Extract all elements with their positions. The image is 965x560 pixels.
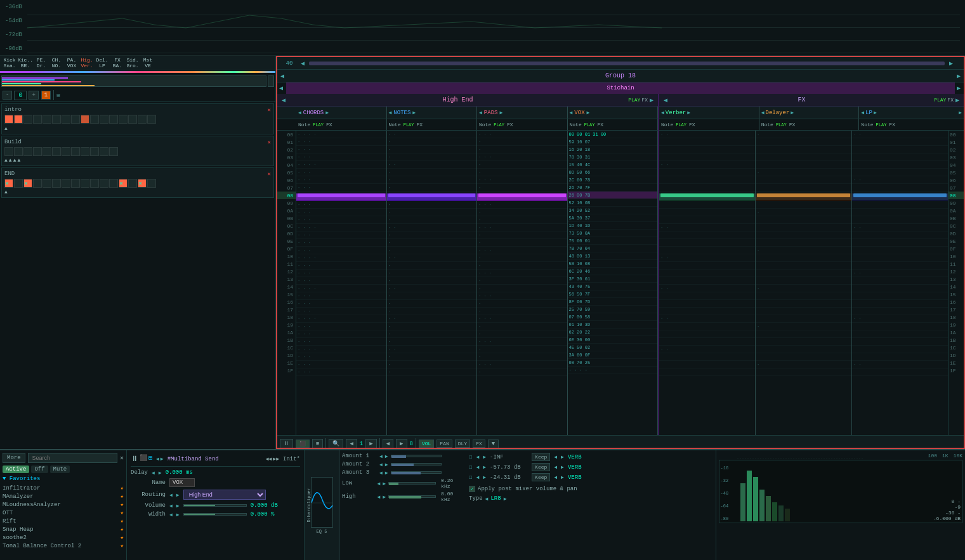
pattern-cell[interactable] [100,179,108,188]
fav-item-soothe2[interactable]: soothe2★ [3,533,124,542]
grid-btn[interactable]: ⊞ [312,439,323,448]
send1-target-nav-left[interactable]: ◀ [554,454,557,460]
amount1-slider[interactable] [391,455,442,457]
pattern-cell[interactable] [71,147,80,156]
pattern-cell[interactable] [14,147,23,156]
amount3-nav-right[interactable]: ▶ [385,470,388,476]
width-nav-left[interactable]: ◀ [169,512,173,518]
search-input[interactable] [28,453,117,463]
track-ch[interactable]: CH.NO. [49,57,63,68]
track-kick[interactable]: KickSna. [3,57,16,68]
send2-checkbox[interactable]: ☐ [469,464,472,471]
off-badge[interactable]: Off [31,466,48,473]
vox-column[interactable]: 00 00 01 31 0059 10 0716 20 1878 30 3115… [568,131,659,435]
fx-nav-right[interactable]: ▶ [954,96,961,104]
pattern-cell[interactable] [81,115,89,124]
group-nav-left[interactable]: ◀ [279,72,286,80]
pattern-cell[interactable] [71,179,80,188]
send2-target-nav-right[interactable]: ▶ [561,464,564,470]
nav-next[interactable]: ▶ [365,439,376,448]
pattern-cell[interactable] [62,115,70,124]
extra-btn[interactable]: ▼ [488,440,499,448]
pattern-cell[interactable] [128,115,137,124]
more-btn[interactable]: More [3,453,25,463]
vox-nav-right[interactable]: ▶ [587,110,590,115]
fav-item-ott[interactable]: OTT★ [3,509,124,517]
iter-right[interactable]: ▶▶ [273,456,279,462]
track-mst[interactable]: MstVE [141,57,155,68]
nav-prev[interactable]: ◀ [346,439,357,448]
highend-nav-right[interactable]: ▶ [648,96,655,104]
verber-nav-left[interactable]: ◀ [661,110,664,115]
pattern-cell[interactable] [128,179,137,188]
stop-btn[interactable]: ⬛ [296,440,310,448]
group-nav-right[interactable]: ▶ [955,72,962,80]
nav-right[interactable]: ▶ [947,60,955,67]
delayer-nav-right[interactable]: ▶ [791,110,794,115]
send1-checkbox[interactable]: ☐ [469,453,472,460]
chain-nav-left[interactable]: ◀ [277,84,286,92]
send3-checkbox[interactable]: ☐ [469,474,472,481]
pan-btn[interactable]: PAN [437,440,452,448]
pattern-cell[interactable] [43,147,51,156]
send2-nav-left[interactable]: ◀ [476,464,479,470]
dly-btn[interactable]: DLY [455,440,470,448]
pattern-cell[interactable] [4,147,13,156]
plugin-stop-btn[interactable]: ⬛ [140,454,147,464]
plus-btn[interactable]: + [29,91,38,100]
plugin-nav-right[interactable]: ▶ [161,456,164,462]
routing-nav-left[interactable]: ◀ [169,492,173,498]
fav-item-rift[interactable]: Rift★ [3,517,124,525]
delay-nav-right[interactable]: ▶ [159,470,162,476]
fav-item-manalyzer[interactable]: MAnalyzer★ [3,492,124,500]
pattern-cell[interactable]: ✕ [4,179,13,188]
amount2-nav-left[interactable]: ◀ [379,462,383,467]
highend-nav-left[interactable]: ◀ [280,96,287,104]
fx-toolbar-btn[interactable]: FX [473,440,485,448]
volume-nav-right[interactable]: ▶ [176,503,180,509]
fav-item-infiltrator[interactable]: Infiltrator★ [3,484,124,492]
fav-item-tonal[interactable]: Tonal Balance Control 2★ [3,542,124,550]
send3-target-nav-left[interactable]: ◀ [554,474,557,480]
verber-column[interactable]: · ·· ·· ·· ·· ·· ·· · [659,131,756,435]
low-nav-left[interactable]: ◀ [377,481,380,486]
verber-nav-right[interactable]: ▶ [687,110,690,115]
plugin-nav-left[interactable]: ◀ [156,456,159,462]
send2-keep[interactable]: Keep [532,463,550,471]
apply-checkbox[interactable]: ✓ [469,486,475,492]
low-nav-right[interactable]: ▶ [383,481,386,486]
track-sid[interactable]: Sid.Gro. [126,57,140,68]
pattern-cell[interactable] [100,115,108,124]
chords-nav-left[interactable]: ◀ [298,110,301,115]
high-slider[interactable] [388,495,436,498]
pattern-cell[interactable] [109,179,118,188]
pattern-cell[interactable] [33,147,42,156]
high-nav-right[interactable]: ▶ [383,494,386,500]
pattern-cell[interactable] [33,115,42,124]
fav-item-mloudness[interactable]: MLoudnessAnalyzer★ [3,500,124,509]
pattern-cell[interactable] [14,115,23,124]
width-nav-right[interactable]: ▶ [176,512,180,518]
beats-nav-right[interactable]: ▶ [396,439,407,448]
pads-nav-right[interactable]: ▶ [499,110,502,115]
pattern-cell[interactable] [147,179,156,188]
amount1-nav-right[interactable]: ▶ [385,453,388,459]
lp-nav-left[interactable]: ◀ [861,110,864,115]
delay-nav-left[interactable]: ◀ [152,470,155,476]
mute-badge[interactable]: Mute [50,466,70,473]
progress-bar[interactable] [309,62,945,65]
pattern-cell[interactable] [4,115,13,124]
build-close[interactable]: ✕ [268,139,271,146]
pattern-cell[interactable] [23,147,32,156]
pattern-cell[interactable] [33,179,42,188]
pattern-cell[interactable] [81,179,89,188]
pattern-cell[interactable] [119,115,128,124]
minus-btn[interactable]: - [3,91,12,100]
notes-column[interactable]: · ····· ········ ····· ····· ····· ·····… [387,131,478,435]
fav-item-snapheap[interactable]: Snap Heap★ [3,525,124,533]
pattern-cell[interactable] [52,115,61,124]
send1-nav-left[interactable]: ◀ [476,454,479,460]
volume-nav-left[interactable]: ◀ [169,503,173,509]
chords-column[interactable]: · · · ·· · ·· · ·· · ·· · · ·· · ·· · ··… [296,131,387,435]
beats-nav-left[interactable]: ◀ [383,439,393,448]
